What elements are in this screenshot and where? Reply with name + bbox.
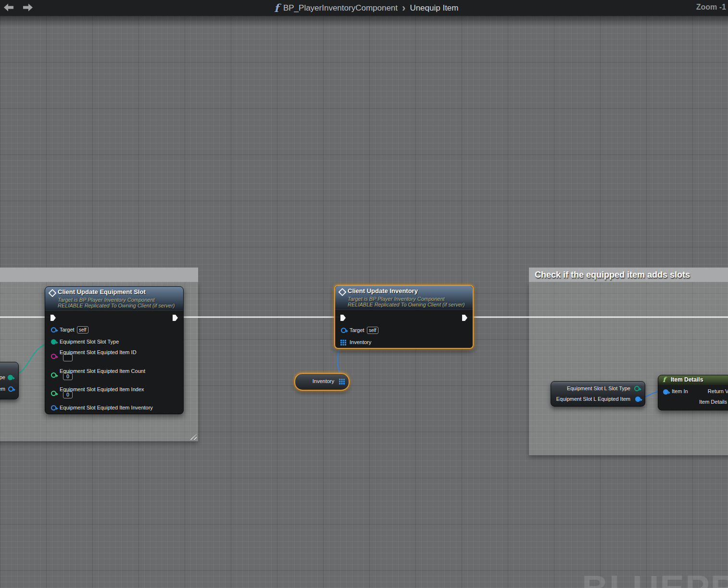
blueprint-watermark: BLUEPRINT — [582, 567, 728, 588]
equipted-item-output-pin[interactable] — [8, 386, 13, 392]
node-item-details[interactable]: f Item Details Item In Return Val Item D… — [658, 375, 728, 410]
target-self-box[interactable]: self — [77, 326, 88, 333]
node-header[interactable]: Client Update Equipment Slot Target is B… — [45, 287, 183, 311]
node-header[interactable]: f Item Details — [658, 375, 728, 385]
inventory-array-pin[interactable] — [340, 340, 346, 345]
target-pin-label: Target — [60, 327, 75, 332]
function-icon: f — [663, 376, 665, 383]
node-inventory-variable-getter[interactable]: Inventory — [294, 373, 350, 391]
blueprint-editor-window: { "icons": { "function_f": "f" }, "topba… — [0, 0, 728, 588]
top-navigation-bar: f BP_PlayerInventoryComponent › Unequip … — [0, 0, 728, 16]
inventory-pin-label: Inventory — [350, 339, 371, 345]
node-title: Client Update Inventory — [348, 287, 418, 294]
exec-out-pin[interactable] — [172, 314, 178, 321]
variable-label: Inventory — [313, 378, 334, 384]
slot-type-pin-label: Equipment Slot Slot Type — [60, 339, 119, 345]
node-subtitle-reliable: RELIABLE Replicated To Owning Client (if… — [348, 302, 465, 307]
item-in-pin-label: Item In — [672, 388, 688, 394]
node-equipment-slot-l[interactable]: Equipment Slot L Slot Type Equipment Slo… — [551, 381, 645, 407]
item-inventory-pin[interactable] — [51, 405, 56, 410]
item-count-value-box[interactable]: 0 — [63, 373, 73, 380]
comment-title[interactable]: Check if the equipped item adds slots — [529, 268, 728, 282]
target-pin-label: Target — [350, 327, 364, 333]
comment-title[interactable] — [0, 268, 198, 282]
item-in-pin[interactable] — [663, 389, 668, 395]
node-subtitle-reliable: RELIABLE Replicated To Owning Client (if… — [58, 303, 175, 308]
return-value-label: Return Val — [708, 388, 728, 394]
node-header[interactable]: Client Update Inventory Target is BP Pla… — [335, 286, 473, 310]
forward-arrow-button[interactable] — [22, 3, 34, 12]
exec-in-pin[interactable] — [340, 314, 346, 321]
breadcrumb-current[interactable]: Unequip Item — [410, 3, 458, 13]
item-index-value-box[interactable]: 0 — [63, 391, 73, 398]
exec-out-pin[interactable] — [462, 314, 468, 321]
target-self-box[interactable]: self — [367, 327, 378, 334]
equipted-item-fragment-label: em — [0, 386, 5, 392]
zoom-level-indicator: Zoom -1 — [696, 3, 726, 12]
item-inventory-pin-label: Equipment Slot Equipted Item Inventory — [60, 405, 153, 410]
breadcrumb-chevron-icon: › — [402, 1, 405, 15]
target-pin[interactable] — [51, 327, 56, 332]
slot-type-pin[interactable] — [51, 339, 56, 345]
breadcrumb-parent[interactable]: BP_PlayerInventoryComponent — [283, 3, 398, 13]
item-id-pin[interactable] — [51, 354, 56, 359]
node-partial-left-edge[interactable]: pe em — [0, 362, 19, 399]
graph-canvas[interactable]: BLUEPRINT Check if the equipped item add… — [0, 16, 728, 588]
node-client-update-inventory[interactable]: Client Update Inventory Target is BP Pla… — [334, 285, 474, 349]
target-pin[interactable] — [341, 328, 346, 333]
slot-type-output-label: Equipment Slot L Slot Type — [567, 385, 630, 391]
node-title: Item Details — [671, 376, 703, 383]
slot-type-output-pin[interactable] — [634, 386, 640, 391]
inventory-array-output-pin[interactable] — [339, 379, 345, 384]
back-arrow-button[interactable] — [3, 3, 14, 12]
node-subtitle-target: Target is BP Player Inventory Component — [58, 297, 155, 303]
rpc-event-icon — [339, 288, 347, 296]
exec-in-pin[interactable] — [50, 314, 56, 321]
item-details-output-label: Item Details C — [699, 399, 728, 405]
item-id-value-box[interactable] — [63, 354, 73, 361]
slot-type-output-pin[interactable] — [8, 375, 13, 380]
function-icon: f — [274, 0, 279, 16]
slot-type-fragment-label: pe — [0, 374, 5, 380]
comment-box-check-equipped-slots[interactable]: Check if the equipped item adds slots — [529, 268, 728, 455]
item-index-pin[interactable] — [51, 391, 56, 396]
node-client-update-equipment-slot[interactable]: Client Update Equipment Slot Target is B… — [45, 286, 184, 414]
equipted-item-output-label: Equipment Slot L Equipted Item — [556, 396, 630, 402]
item-count-pin[interactable] — [51, 372, 56, 378]
equipted-item-output-pin[interactable] — [635, 396, 640, 402]
rpc-event-icon — [49, 289, 57, 297]
comment-resize-handle[interactable] — [190, 434, 197, 440]
node-title: Client Update Equipment Slot — [58, 288, 146, 295]
breadcrumb: f BP_PlayerInventoryComponent › Unequip … — [274, 0, 459, 16]
comment-body[interactable] — [529, 282, 728, 455]
item-count-pin-label: Equipment Slot Equipted Item Count — [60, 368, 145, 374]
node-subtitle-target: Target is BP Player Inventory Component — [348, 296, 445, 302]
